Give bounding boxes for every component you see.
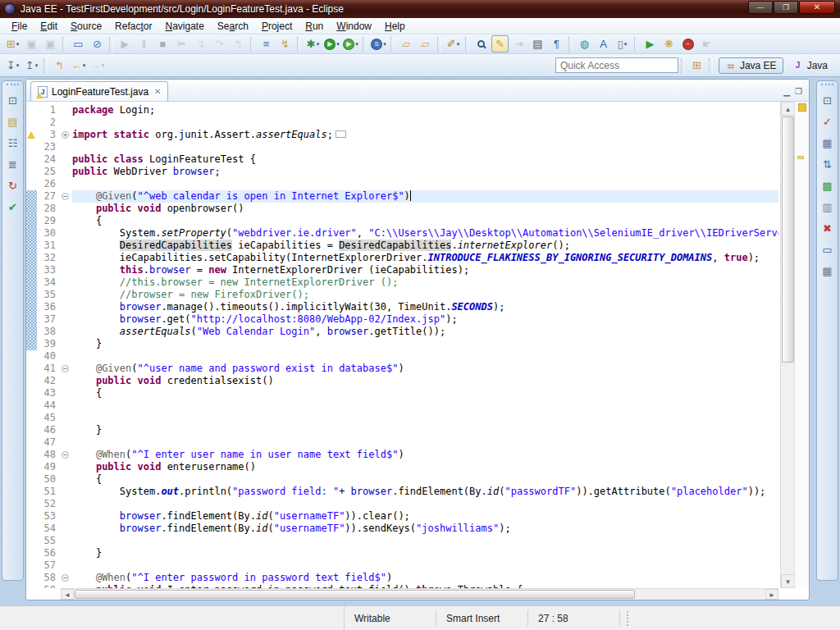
restore-views-icon[interactable]: ⊡: [5, 92, 21, 108]
drag-grip[interactable]: [821, 84, 833, 86]
scroll-right-icon[interactable]: ►: [765, 589, 778, 600]
code-line[interactable]: 49 public void enterusername(): [26, 461, 778, 473]
code-line[interactable]: 39 }: [26, 338, 778, 350]
code-lines[interactable]: 1package Login;23+import static org.juni…: [26, 102, 778, 588]
vertical-scroll-thumb[interactable]: [782, 116, 794, 363]
code-line[interactable]: 33 this.browser = new InternetExplorerDr…: [26, 264, 778, 276]
run-server-icon[interactable]: ▶: [641, 35, 659, 52]
menu-window[interactable]: Window: [330, 19, 378, 34]
code-line[interactable]: 43 {: [26, 387, 778, 399]
drag-grip[interactable]: [7, 84, 19, 86]
code-line[interactable]: 24public class LoginFeatureTest {: [26, 153, 778, 166]
fold-collapse-icon[interactable]: −: [62, 365, 69, 372]
code-line[interactable]: 25public WebDriver browser;: [26, 166, 778, 178]
code-line[interactable]: 53 browser.findElement(By.id("usernameTF…: [26, 510, 778, 523]
code-line[interactable]: 47: [26, 436, 778, 449]
fold-collapse-icon[interactable]: −: [62, 451, 69, 459]
code-line[interactable]: 3+import static org.junit.Assert.assertE…: [26, 129, 778, 141]
external-tools-icon[interactable]: A: [595, 35, 612, 52]
terminate-icon[interactable]: −: [679, 35, 696, 52]
new-wizard-icon[interactable]: ⊞▾: [4, 35, 21, 52]
open-folder-icon[interactable]: ▱: [417, 35, 434, 52]
tab-close-icon[interactable]: ✕: [154, 87, 161, 96]
code-line[interactable]: 36 browser.manage().timeouts().implicitl…: [26, 301, 778, 313]
skip-breakpoints-icon[interactable]: ⊘: [89, 35, 106, 52]
restore-views-icon[interactable]: ⊡: [819, 92, 836, 108]
menu-navigate[interactable]: Navigate: [158, 19, 210, 34]
server-icon[interactable]: ▯▾: [614, 35, 631, 52]
code-line[interactable]: 40: [26, 350, 778, 363]
open-perspective-icon[interactable]: ⊞: [688, 57, 705, 74]
code-line[interactable]: 26: [26, 178, 778, 190]
task-list-icon[interactable]: ✓: [819, 113, 836, 130]
code-line[interactable]: 52: [26, 498, 778, 510]
menu-help[interactable]: Help: [378, 19, 412, 34]
editor-tab[interactable]: J LoginFeatureTest.java ✕: [30, 81, 168, 101]
perspective-java-ee[interactable]: ⚏Java EE: [719, 57, 783, 74]
code-line[interactable]: 55: [26, 535, 778, 547]
code-line[interactable]: 46 }: [26, 424, 778, 436]
code-line[interactable]: 50 {: [26, 473, 778, 486]
mark-occurrences-icon[interactable]: ✎: [491, 35, 509, 52]
menu-edit[interactable]: Edit: [34, 19, 64, 34]
error-log-icon[interactable]: ✖: [819, 220, 836, 236]
menu-run[interactable]: Run: [299, 19, 330, 34]
menu-refactor[interactable]: Refactor: [108, 19, 158, 34]
horizontal-scroll-thumb[interactable]: [75, 590, 635, 599]
code-line[interactable]: 42 public void credentialsexist(): [26, 375, 778, 387]
run-icon[interactable]: ▶▾: [323, 35, 340, 52]
filter-icon[interactable]: ⇅: [819, 156, 836, 172]
next-annotation-icon[interactable]: ↧▾: [4, 57, 21, 74]
scroll-left-icon[interactable]: ◄: [61, 589, 74, 600]
show-selected-element-icon[interactable]: ▤: [529, 35, 546, 52]
run-config-icon[interactable]: ↯: [276, 35, 294, 52]
code-line[interactable]: 44: [26, 399, 778, 412]
code-line[interactable]: 31 DesiredCapabilities ieCapabilities = …: [26, 240, 778, 252]
vertical-scrollbar[interactable]: ▲ ▼: [780, 102, 794, 588]
code-line[interactable]: 54 browser.findElement(By.id("usernameTF…: [26, 523, 778, 535]
menu-source[interactable]: Source: [64, 19, 108, 34]
code-line[interactable]: 37 browser.get("http://localhost:8080/We…: [26, 313, 778, 326]
web-browser-icon[interactable]: ◍: [576, 35, 593, 52]
properties-icon[interactable]: ▦: [819, 135, 836, 151]
search-icon[interactable]: [472, 35, 490, 52]
code-line[interactable]: 34 //this.browser = new InternetExplorer…: [26, 276, 778, 289]
console-icon[interactable]: ▭: [819, 241, 836, 258]
snippets-icon[interactable]: ▥: [819, 199, 836, 215]
close-button[interactable]: ✕: [799, 1, 835, 14]
restore-button[interactable]: ❐: [774, 1, 798, 14]
code-line[interactable]: 27− @Given("^web calendar is open in Int…: [26, 190, 778, 203]
code-line[interactable]: 57: [26, 559, 778, 572]
debug-monitor-icon[interactable]: ▭: [70, 35, 87, 52]
project-explorer-icon[interactable]: ▤: [5, 113, 21, 130]
run-history-icon[interactable]: ≡: [258, 35, 275, 52]
markers-icon[interactable]: ≣: [5, 156, 21, 172]
debug-config-icon[interactable]: ❋: [660, 35, 678, 52]
fold-expand-icon[interactable]: +: [62, 131, 69, 139]
show-whitespace-icon[interactable]: ¶: [548, 35, 565, 52]
minimize-button[interactable]: —: [748, 1, 773, 14]
code-line[interactable]: 56 }: [26, 547, 778, 559]
profile-icon[interactable]: ▶▾: [342, 35, 359, 52]
web-service-icon[interactable]: S▾: [370, 35, 387, 52]
code-line[interactable]: 48− @When("^I enter user name in user na…: [26, 449, 778, 461]
collapsed-code-icon[interactable]: [336, 130, 346, 138]
previous-annotation-icon[interactable]: ↥▾: [23, 57, 40, 74]
menu-search[interactable]: Search: [211, 19, 255, 34]
fold-collapse-icon[interactable]: −: [62, 193, 69, 200]
junit-icon[interactable]: ✔: [5, 199, 21, 215]
menu-project[interactable]: Project: [255, 19, 299, 34]
code-line[interactable]: 32 ieCapabilities.setCapability(Internet…: [26, 252, 778, 264]
scroll-down-icon[interactable]: ▼: [781, 574, 795, 588]
fold-collapse-icon[interactable]: −: [62, 574, 69, 582]
code-line[interactable]: 41− @Given("^user name and password exis…: [26, 363, 778, 375]
code-line[interactable]: 29 {: [26, 215, 778, 227]
code-line[interactable]: 38 assertEquals("Web Calendar Login", br…: [26, 326, 778, 338]
menu-file[interactable]: File: [5, 19, 34, 34]
last-edit-location-icon[interactable]: ↰: [51, 57, 68, 74]
warning-square-icon[interactable]: [798, 103, 806, 112]
code-line[interactable]: 2: [26, 116, 778, 129]
code-line[interactable]: 28 public void openbrowser(): [26, 203, 778, 215]
maximize-view-icon[interactable]: ❐: [795, 87, 802, 96]
code-line[interactable]: 58− @When("^I enter password in password…: [26, 572, 778, 584]
